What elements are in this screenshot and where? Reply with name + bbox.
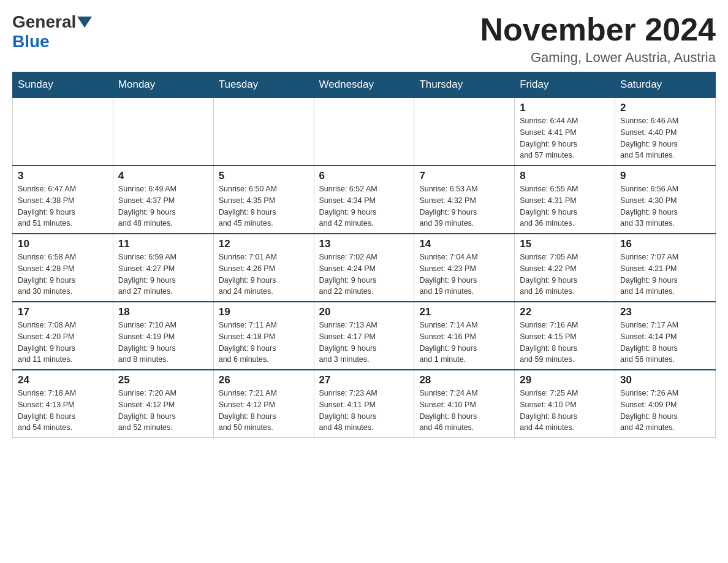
day-info: Sunrise: 7:04 AM Sunset: 4:23 PM Dayligh… [419, 251, 509, 297]
col-thursday: Thursday [414, 72, 515, 98]
day-info: Sunrise: 7:13 AM Sunset: 4:17 PM Dayligh… [319, 320, 409, 366]
table-row: 21Sunrise: 7:14 AM Sunset: 4:16 PM Dayli… [414, 302, 515, 370]
day-number: 29 [520, 374, 610, 386]
day-info: Sunrise: 7:14 AM Sunset: 4:16 PM Dayligh… [419, 320, 509, 366]
day-number: 9 [620, 170, 710, 182]
day-info: Sunrise: 6:55 AM Sunset: 4:31 PM Dayligh… [520, 183, 610, 229]
day-info: Sunrise: 6:49 AM Sunset: 4:37 PM Dayligh… [118, 183, 208, 229]
day-info: Sunrise: 7:17 AM Sunset: 4:14 PM Dayligh… [620, 320, 710, 366]
day-number: 24 [18, 374, 108, 386]
table-row: 29Sunrise: 7:25 AM Sunset: 4:10 PM Dayli… [515, 370, 615, 438]
day-info: Sunrise: 7:23 AM Sunset: 4:11 PM Dayligh… [319, 388, 409, 434]
day-number: 27 [319, 374, 409, 386]
day-number: 8 [520, 170, 610, 182]
table-row: 12Sunrise: 7:01 AM Sunset: 4:26 PM Dayli… [213, 234, 314, 302]
table-row: 6Sunrise: 6:52 AM Sunset: 4:34 PM Daylig… [314, 166, 414, 234]
table-row: 8Sunrise: 6:55 AM Sunset: 4:31 PM Daylig… [515, 166, 615, 234]
location-title: Gaming, Lower Austria, Austria [480, 50, 716, 66]
day-number: 6 [319, 170, 409, 182]
calendar-week-5: 24Sunrise: 7:18 AM Sunset: 4:13 PM Dayli… [13, 370, 716, 438]
day-info: Sunrise: 7:01 AM Sunset: 4:26 PM Dayligh… [219, 251, 309, 297]
col-monday: Monday [113, 72, 213, 98]
day-info: Sunrise: 7:21 AM Sunset: 4:12 PM Dayligh… [219, 388, 309, 434]
col-wednesday: Wednesday [314, 72, 414, 98]
col-tuesday: Tuesday [213, 72, 314, 98]
day-info: Sunrise: 7:25 AM Sunset: 4:10 PM Dayligh… [520, 388, 610, 434]
day-number: 15 [520, 238, 610, 250]
table-row: 24Sunrise: 7:18 AM Sunset: 4:13 PM Dayli… [13, 370, 113, 438]
table-row: 25Sunrise: 7:20 AM Sunset: 4:12 PM Dayli… [113, 370, 213, 438]
day-info: Sunrise: 7:16 AM Sunset: 4:15 PM Dayligh… [520, 320, 610, 366]
day-info: Sunrise: 6:58 AM Sunset: 4:28 PM Dayligh… [18, 251, 108, 297]
day-info: Sunrise: 7:18 AM Sunset: 4:13 PM Dayligh… [18, 388, 108, 434]
day-number: 14 [419, 238, 509, 250]
day-number: 3 [18, 170, 108, 182]
day-info: Sunrise: 7:05 AM Sunset: 4:22 PM Dayligh… [520, 251, 610, 297]
calendar-table: Sunday Monday Tuesday Wednesday Thursday… [12, 72, 716, 438]
day-number: 22 [520, 306, 610, 318]
table-row: 7Sunrise: 6:53 AM Sunset: 4:32 PM Daylig… [414, 166, 515, 234]
calendar-week-4: 17Sunrise: 7:08 AM Sunset: 4:20 PM Dayli… [13, 302, 716, 370]
day-number: 7 [419, 170, 509, 182]
logo-general-text: General [12, 12, 76, 32]
day-number: 12 [219, 238, 309, 250]
logo: General Blue [12, 12, 93, 52]
table-row: 16Sunrise: 7:07 AM Sunset: 4:21 PM Dayli… [615, 234, 716, 302]
table-row: 15Sunrise: 7:05 AM Sunset: 4:22 PM Dayli… [515, 234, 615, 302]
table-row: 3Sunrise: 6:47 AM Sunset: 4:38 PM Daylig… [13, 166, 113, 234]
table-row: 30Sunrise: 7:26 AM Sunset: 4:09 PM Dayli… [615, 370, 716, 438]
table-row: 17Sunrise: 7:08 AM Sunset: 4:20 PM Dayli… [13, 302, 113, 370]
day-number: 11 [118, 238, 208, 250]
day-info: Sunrise: 6:53 AM Sunset: 4:32 PM Dayligh… [419, 183, 509, 229]
month-title: November 2024 [480, 12, 716, 47]
day-number: 21 [419, 306, 509, 318]
table-row [113, 98, 213, 166]
table-row [314, 98, 414, 166]
day-number: 4 [118, 170, 208, 182]
calendar-week-2: 3Sunrise: 6:47 AM Sunset: 4:38 PM Daylig… [13, 166, 716, 234]
table-row [13, 98, 113, 166]
day-number: 5 [219, 170, 309, 182]
table-row: 26Sunrise: 7:21 AM Sunset: 4:12 PM Dayli… [213, 370, 314, 438]
table-row: 28Sunrise: 7:24 AM Sunset: 4:10 PM Dayli… [414, 370, 515, 438]
calendar-week-3: 10Sunrise: 6:58 AM Sunset: 4:28 PM Dayli… [13, 234, 716, 302]
table-row [213, 98, 314, 166]
day-number: 25 [118, 374, 208, 386]
col-saturday: Saturday [615, 72, 716, 98]
table-row: 11Sunrise: 6:59 AM Sunset: 4:27 PM Dayli… [113, 234, 213, 302]
table-row: 9Sunrise: 6:56 AM Sunset: 4:30 PM Daylig… [615, 166, 716, 234]
day-number: 18 [118, 306, 208, 318]
table-row: 4Sunrise: 6:49 AM Sunset: 4:37 PM Daylig… [113, 166, 213, 234]
day-number: 16 [620, 238, 710, 250]
table-row: 20Sunrise: 7:13 AM Sunset: 4:17 PM Dayli… [314, 302, 414, 370]
day-info: Sunrise: 6:47 AM Sunset: 4:38 PM Dayligh… [18, 183, 108, 229]
table-row: 19Sunrise: 7:11 AM Sunset: 4:18 PM Dayli… [213, 302, 314, 370]
day-number: 2 [620, 102, 710, 114]
day-info: Sunrise: 6:59 AM Sunset: 4:27 PM Dayligh… [118, 251, 208, 297]
day-info: Sunrise: 7:02 AM Sunset: 4:24 PM Dayligh… [319, 251, 409, 297]
day-info: Sunrise: 7:20 AM Sunset: 4:12 PM Dayligh… [118, 388, 208, 434]
day-number: 26 [219, 374, 309, 386]
day-info: Sunrise: 6:44 AM Sunset: 4:41 PM Dayligh… [520, 115, 610, 161]
day-number: 23 [620, 306, 710, 318]
table-row: 18Sunrise: 7:10 AM Sunset: 4:19 PM Dayli… [113, 302, 213, 370]
logo-triangle-icon [77, 17, 92, 28]
table-row [414, 98, 515, 166]
day-info: Sunrise: 6:46 AM Sunset: 4:40 PM Dayligh… [620, 115, 710, 161]
day-number: 17 [18, 306, 108, 318]
table-row: 13Sunrise: 7:02 AM Sunset: 4:24 PM Dayli… [314, 234, 414, 302]
logo-blue-text: Blue [12, 32, 50, 51]
col-friday: Friday [515, 72, 615, 98]
table-row: 14Sunrise: 7:04 AM Sunset: 4:23 PM Dayli… [414, 234, 515, 302]
day-info: Sunrise: 7:10 AM Sunset: 4:19 PM Dayligh… [118, 320, 208, 366]
day-info: Sunrise: 7:24 AM Sunset: 4:10 PM Dayligh… [419, 388, 509, 434]
day-number: 20 [319, 306, 409, 318]
day-info: Sunrise: 7:08 AM Sunset: 4:20 PM Dayligh… [18, 320, 108, 366]
calendar-header-row: Sunday Monday Tuesday Wednesday Thursday… [13, 72, 716, 98]
day-number: 10 [18, 238, 108, 250]
day-number: 30 [620, 374, 710, 386]
title-block: November 2024 Gaming, Lower Austria, Aus… [480, 12, 716, 66]
day-info: Sunrise: 7:26 AM Sunset: 4:09 PM Dayligh… [620, 388, 710, 434]
day-number: 19 [219, 306, 309, 318]
table-row: 5Sunrise: 6:50 AM Sunset: 4:35 PM Daylig… [213, 166, 314, 234]
